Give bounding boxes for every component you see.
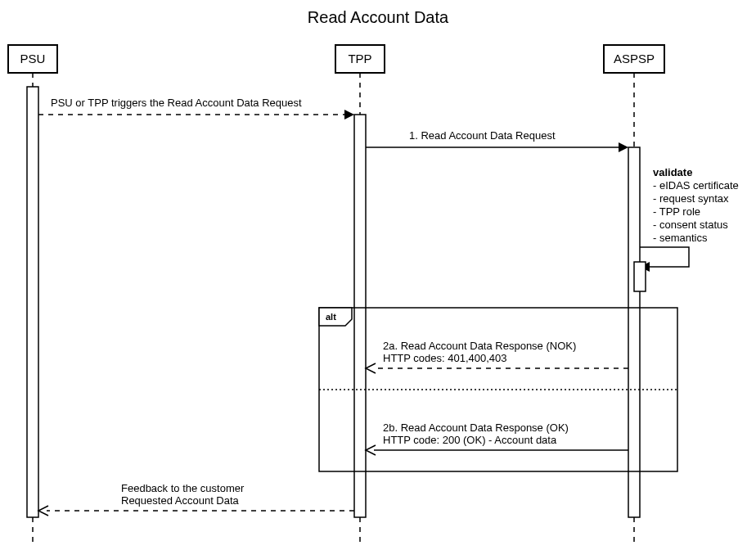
note-line-3: - consent status <box>653 219 728 231</box>
note-validate-title: validate <box>653 166 692 178</box>
msg-response-ok: 2b. Read Account Data Response (OK) HTTP… <box>366 422 628 455</box>
alt-label: alt <box>326 312 336 322</box>
note-validate: validate - eIDAS certificate - request s… <box>653 166 739 244</box>
msg-feedback-l2: Requested Account Data <box>121 494 240 507</box>
msg-feedback: Feedback to the customer Requested Accou… <box>38 482 354 516</box>
msg-response-nok-l1: 2a. Read Account Data Response (NOK) <box>383 340 576 352</box>
note-line-0: - eIDAS certificate <box>653 179 739 192</box>
svg-marker-6 <box>619 142 628 152</box>
activation-psu <box>27 87 38 517</box>
msg-response-nok-l2: HTTP codes: 401,400,403 <box>383 352 507 364</box>
diagram-title: Read Account Data <box>308 8 449 26</box>
msg-trigger: PSU or TPP triggers the Read Account Dat… <box>38 97 354 119</box>
note-line-4: - semantics <box>653 232 708 244</box>
msg-trigger-label: PSU or TPP triggers the Read Account Dat… <box>51 97 302 109</box>
msg-read-request: 1. Read Account Data Request <box>366 129 628 152</box>
actor-psu: PSU <box>8 45 57 73</box>
msg-response-nok: 2a. Read Account Data Response (NOK) HTT… <box>366 340 628 373</box>
msg-response-ok-l1: 2b. Read Account Data Response (OK) <box>383 422 569 434</box>
actor-tpp: TPP <box>335 45 385 73</box>
actor-aspsp-label: ASPSP <box>614 52 655 65</box>
svg-marker-4 <box>344 110 354 119</box>
note-line-2: - TPP role <box>653 205 700 218</box>
activation-tpp <box>354 115 366 517</box>
msg-read-request-label: 1. Read Account Data Request <box>409 129 556 142</box>
actor-aspsp: ASPSP <box>604 45 664 73</box>
note-line-1: - request syntax <box>653 192 729 205</box>
actor-tpp-label: TPP <box>348 52 371 65</box>
svg-rect-8 <box>634 262 646 291</box>
self-msg-validate <box>634 247 689 291</box>
msg-response-ok-l2: HTTP code: 200 (OK) - Account data <box>383 434 557 446</box>
sequence-diagram: Read Account Data PSU TPP ASPSP PSU or T… <box>0 0 756 559</box>
msg-feedback-l1: Feedback to the customer <box>121 482 245 494</box>
actor-psu-label: PSU <box>20 52 46 65</box>
activation-aspsp <box>628 147 640 517</box>
